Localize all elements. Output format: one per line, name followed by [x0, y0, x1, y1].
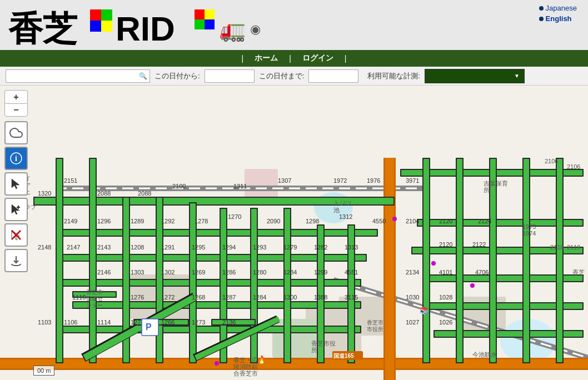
svg-text:1114: 1114	[97, 319, 111, 326]
svg-text:2136: 2136	[222, 319, 236, 326]
svg-rect-36	[57, 280, 360, 286]
svg-rect-68	[285, 209, 290, 362]
scale-label: 00 m	[37, 367, 51, 374]
lang-dot-japanese	[539, 6, 544, 11]
svg-rect-76	[457, 159, 462, 362]
svg-text:今池観水: 今池観水	[472, 351, 497, 358]
svg-text:1278: 1278	[195, 218, 208, 224]
svg-rect-74	[423, 159, 429, 362]
lang-japanese-link[interactable]: Japanese	[546, 4, 577, 12]
search-icon[interactable]: 🔍	[137, 71, 150, 81]
svg-text:2151: 2151	[64, 177, 77, 184]
svg-text:2124: 2124	[478, 218, 491, 224]
svg-rect-54	[57, 159, 62, 362]
svg-text:1289: 1289	[131, 218, 144, 224]
navbar: | ホーム | ログイン |	[0, 50, 588, 67]
svg-text:1296: 1296	[97, 218, 111, 224]
date-to-label: この日付まで:	[259, 71, 305, 81]
cloud-tool-button[interactable]	[4, 121, 28, 144]
nav-home[interactable]: ホーム	[255, 53, 278, 63]
svg-rect-78	[490, 159, 496, 362]
svg-rect-80	[524, 159, 529, 362]
svg-text:所: 所	[311, 347, 317, 353]
map-container[interactable]: 2151 2088 2088 2100 1311 1307 1972 1976 …	[0, 86, 588, 380]
svg-rect-2	[101, 9, 112, 21]
map-svg: 2151 2088 2088 2100 1311 1307 1972 1976 …	[0, 86, 588, 380]
svg-point-161	[392, 217, 397, 221]
svg-text:1208: 1208	[131, 244, 144, 251]
zoom-in-button[interactable]: +	[4, 90, 28, 103]
svg-text:1313: 1313	[345, 244, 358, 251]
svg-text:合香芝市: 合香芝市	[233, 370, 258, 377]
svg-text:1298: 1298	[306, 218, 319, 224]
lang-english[interactable]: English	[539, 13, 577, 24]
info-tool-button[interactable]: i	[4, 147, 28, 170]
svg-rect-62	[190, 203, 196, 362]
cross-tool-button[interactable]	[4, 223, 28, 247]
svg-text:1268: 1268	[192, 294, 205, 301]
svg-text:陵消防組: 陵消防組	[233, 363, 258, 370]
svg-text:1280: 1280	[253, 269, 266, 276]
svg-rect-18	[272, 319, 317, 358]
nav-login[interactable]: ログイン	[302, 53, 333, 63]
svg-text:香芝・広: 香芝・広	[233, 357, 258, 363]
svg-text:1303: 1303	[131, 269, 144, 276]
search-container: 🔍	[6, 69, 150, 83]
svg-text:2147: 2147	[67, 244, 80, 251]
header: 香芝 RID 🚛 ◉ Japanese English	[0, 0, 588, 50]
lang-japanese[interactable]: Japanese	[539, 3, 577, 13]
svg-rect-1	[90, 9, 101, 21]
cross-icon	[10, 229, 22, 241]
nav-sep-left: |	[242, 54, 244, 63]
svg-text:🚛: 🚛	[220, 17, 246, 43]
svg-text:i: i	[15, 154, 17, 163]
svg-rect-7	[205, 9, 215, 19]
nav-sep-right: |	[345, 54, 347, 63]
zoom-out-button[interactable]: −	[4, 103, 28, 117]
lang-english-link[interactable]: English	[546, 14, 572, 23]
svg-text:1027: 1027	[406, 319, 419, 326]
logo-area: 香芝 RID 🚛 ◉	[0, 3, 588, 47]
svg-text:2146: 2146	[97, 269, 111, 276]
select-tool-button[interactable]	[4, 172, 28, 196]
svg-text:1976: 1976	[367, 177, 380, 184]
svg-text:2148: 2148	[38, 244, 51, 251]
scale-bar: 00 m	[33, 366, 54, 376]
measurement-dropdown[interactable]: ▼	[425, 69, 525, 83]
svg-rect-28	[385, 158, 394, 380]
search-input[interactable]	[6, 70, 137, 82]
add-select-tool-button[interactable]	[4, 198, 28, 221]
svg-rect-40	[57, 327, 360, 332]
date-from-input[interactable]	[205, 69, 255, 83]
svg-text:1388: 1388	[314, 294, 327, 301]
svg-text:市役所: 市役所	[367, 326, 383, 332]
svg-text:2118: 2118	[550, 244, 564, 251]
select-arrow-icon	[10, 178, 22, 190]
logo-svg: 香芝 RID 🚛 ◉	[6, 3, 267, 47]
svg-text:1302: 1302	[161, 269, 175, 276]
available-measurements-label: 利用可能な計測:	[367, 71, 420, 81]
svg-text:1116: 1116	[72, 294, 86, 301]
svg-text:3115: 3115	[345, 294, 358, 301]
zoom-control: + −	[4, 90, 28, 117]
download-tool-button[interactable]	[4, 249, 28, 272]
svg-text:2149: 2149	[64, 218, 77, 224]
svg-text:1284: 1284	[283, 269, 297, 276]
svg-text:1307: 1307	[278, 177, 291, 184]
date-to-input[interactable]	[308, 69, 358, 83]
svg-text:所: 所	[484, 187, 490, 193]
svg-text:1272: 1272	[161, 294, 175, 301]
svg-text:1287: 1287	[222, 294, 236, 301]
svg-text:RID: RID	[116, 9, 175, 47]
svg-rect-3	[90, 21, 101, 32]
svg-text:1103: 1103	[38, 319, 51, 326]
svg-text:1973: 1973	[522, 223, 536, 230]
svg-rect-56	[90, 159, 96, 362]
svg-text:国道165: 国道165	[333, 353, 354, 359]
svg-rect-8	[195, 19, 205, 29]
svg-text:2088: 2088	[97, 190, 111, 197]
svg-text:2090: 2090	[267, 218, 280, 224]
svg-text:吉葉保育: 吉葉保育	[484, 180, 508, 187]
svg-rect-82	[557, 159, 562, 362]
svg-text:1293: 1293	[253, 244, 266, 251]
